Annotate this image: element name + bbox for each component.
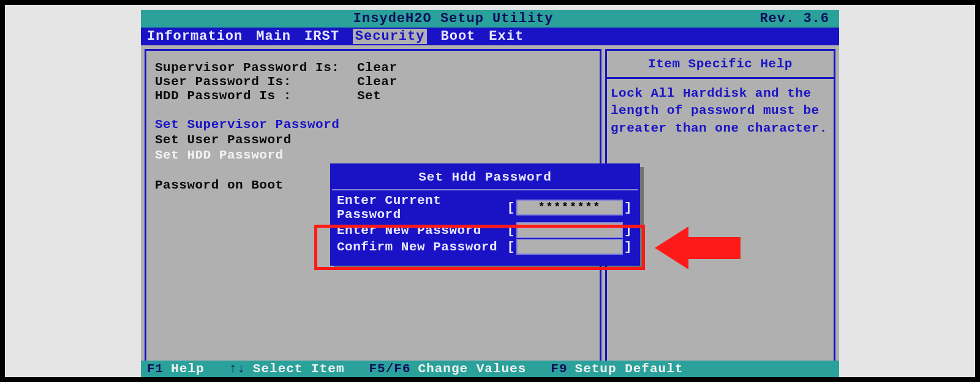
- main-panel: Supervisor Password Is: Clear User Passw…: [145, 49, 601, 366]
- app-title: InsydeH2O Setup Utility: [147, 11, 760, 26]
- help-title: Item Specific Help: [607, 51, 834, 79]
- confirm-password-input[interactable]: [516, 239, 623, 255]
- status-value: Clear: [357, 75, 398, 89]
- f9-label: Setup Default: [575, 362, 684, 376]
- new-password-input[interactable]: [516, 222, 623, 238]
- confirm-password-label: Confirm New Password: [337, 240, 506, 254]
- status-row: Supervisor Password Is: Clear: [155, 61, 591, 75]
- footer-bar: F1 Help ↑↓ Select Item F5/F6 Change Valu…: [141, 361, 839, 377]
- status-label: Supervisor Password Is:: [155, 61, 357, 75]
- f1-key: F1: [147, 362, 164, 376]
- content-area: Supervisor Password Is: Clear User Passw…: [141, 45, 839, 370]
- new-password-label: Enter New Password: [337, 223, 506, 238]
- tab-security[interactable]: Security: [353, 29, 428, 44]
- tab-main[interactable]: Main: [256, 29, 291, 44]
- tab-boot[interactable]: Boot: [440, 29, 475, 44]
- bios-screen: InsydeH2O Setup Utility Rev. 3.6 Informa…: [141, 10, 839, 377]
- dialog-title: Set Hdd Password: [332, 165, 638, 189]
- f56-key: F5/F6: [369, 362, 410, 376]
- menu-set-supervisor-password[interactable]: Set Supervisor Password: [155, 118, 591, 132]
- status-label: User Password Is:: [155, 75, 357, 89]
- status-value: Set: [357, 89, 381, 103]
- arrows-label: Select Item: [253, 362, 345, 376]
- f9-key: F9: [551, 362, 567, 376]
- arrows-key: ↑↓: [229, 362, 246, 376]
- status-row: User Password Is: Clear: [155, 75, 591, 89]
- current-password-label: Enter Current Password: [337, 193, 506, 222]
- tab-information[interactable]: Information: [147, 29, 243, 44]
- set-hdd-password-dialog: Set Hdd Password Enter Current Password …: [330, 163, 640, 266]
- status-value: Clear: [357, 61, 398, 75]
- menu-set-user-password[interactable]: Set User Password: [155, 133, 591, 147]
- menu-set-hdd-password[interactable]: Set HDD Password: [155, 148, 591, 162]
- f1-label: Help: [171, 362, 204, 376]
- title-bar: InsydeH2O Setup Utility Rev. 3.6: [141, 10, 839, 28]
- status-label: HDD Password Is :: [155, 89, 357, 103]
- f56-label: Change Values: [418, 362, 527, 376]
- revision-label: Rev. 3.6: [760, 11, 833, 26]
- tab-exit[interactable]: Exit: [489, 29, 524, 44]
- current-password-input[interactable]: ********: [516, 200, 623, 215]
- help-body: Lock All Harddisk and the length of pass…: [607, 79, 834, 143]
- dialog-row-new: Enter New Password [ ]: [337, 222, 633, 238]
- menu-bar: Information Main IRST Security Boot Exit: [141, 28, 839, 45]
- tab-irst[interactable]: IRST: [304, 29, 339, 44]
- status-row: HDD Password Is : Set: [155, 89, 591, 103]
- dialog-row-current: Enter Current Password [ ******** ]: [337, 193, 633, 222]
- dialog-row-confirm: Confirm New Password [ ]: [337, 239, 633, 255]
- dialog-body: Enter Current Password [ ******** ] Ente…: [332, 189, 638, 264]
